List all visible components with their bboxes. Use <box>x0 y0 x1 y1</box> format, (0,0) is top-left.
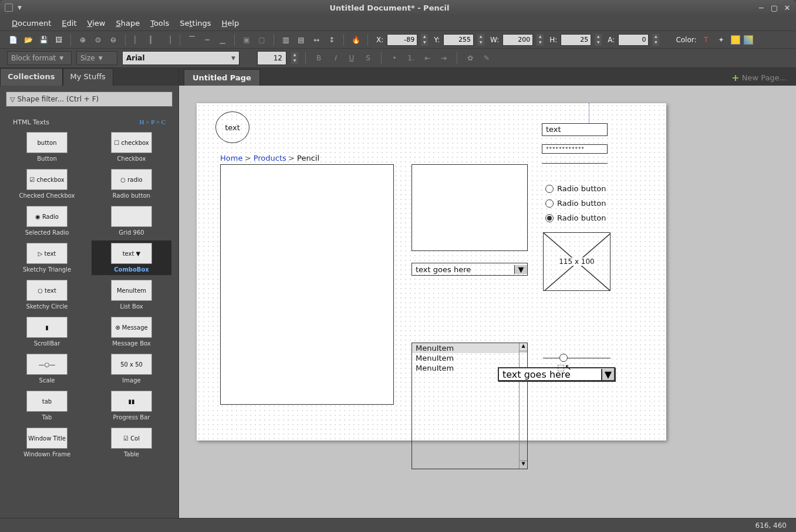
menu-shape[interactable]: Shape <box>111 17 144 29</box>
shape-tab[interactable]: tabTab <box>7 388 87 423</box>
shape-sketchy-triangle[interactable]: ▷ textSketchy Triangle <box>7 240 87 275</box>
shape-checkbox[interactable]: ☐ checkboxCheckbox <box>92 130 171 164</box>
sketch-radio-1[interactable]: Radio button <box>545 184 606 193</box>
new-doc-icon[interactable]: 📄 <box>7 34 19 46</box>
font-size-combo[interactable]: 12 <box>257 51 286 65</box>
indent-icon[interactable]: ⇥ <box>438 52 450 64</box>
sketch-image-placeholder[interactable]: 115 x 100 <box>543 232 611 291</box>
shape-list-box[interactable]: MenuItemList Box <box>92 277 171 312</box>
sketch-hr[interactable] <box>542 163 608 164</box>
clear-format-icon[interactable]: ✿ <box>464 52 476 64</box>
a-input[interactable] <box>618 34 649 46</box>
shape-message-box[interactable]: ⊗ MessageMessage Box <box>92 314 171 349</box>
menu-document[interactable]: Document <box>7 17 56 29</box>
menu-settings[interactable]: Settings <box>175 17 215 29</box>
w-spinner[interactable]: ▲▼ <box>537 34 544 46</box>
page-tab-active[interactable]: Untitled Page <box>184 69 260 86</box>
list-bullet-icon[interactable]: • <box>389 52 400 64</box>
spacing-h-icon[interactable]: ↔ <box>311 34 322 46</box>
sketch-panel-large[interactable] <box>220 164 394 405</box>
shape-selected-radio[interactable]: ◉ RadioSelected Radio <box>7 204 87 238</box>
scrollbar[interactable]: ▲▼ <box>519 343 527 469</box>
zoom-out-icon[interactable]: ⊖ <box>107 34 119 46</box>
text-color-icon[interactable]: T <box>700 34 712 46</box>
w-input[interactable] <box>502 34 533 46</box>
sidebar-tab-mystuffs[interactable]: My Stuffs <box>63 68 113 86</box>
shape-filter-input[interactable]: ▽ Shape filter... (Ctrl + F) <box>6 92 173 107</box>
export-icon[interactable]: 🖼 <box>53 34 65 46</box>
list-item[interactable]: MenuItem <box>412 343 527 353</box>
shape-checked-checkbox[interactable]: ☑ checkboxChecked Checkbox <box>7 167 87 201</box>
flame-icon[interactable]: 🔥 <box>350 34 362 46</box>
spacing-v-icon[interactable]: ↕ <box>326 34 338 46</box>
sketch-combobox-1[interactable]: text goes here ▼ <box>412 263 528 276</box>
shape-grid-960[interactable]: Grid 960 <box>92 204 171 238</box>
fill-color-swatch[interactable] <box>744 35 753 45</box>
block-format-combo[interactable]: Block format▼ <box>7 51 72 65</box>
sketch-radio-3[interactable]: Radio button <box>545 214 606 222</box>
align-left-icon[interactable]: ▏ <box>131 34 143 46</box>
sidebar-tab-collections[interactable]: Collections <box>0 68 63 86</box>
minimize-button[interactable]: ─ <box>757 4 765 12</box>
stroke-color-swatch[interactable] <box>731 35 740 45</box>
send-back-icon[interactable]: ▢ <box>256 34 268 46</box>
sketch-listbox[interactable]: MenuItem MenuItem MenuItem ▲▼ <box>412 343 528 469</box>
canvas-viewport[interactable]: text Home > Products > Pencil text *****… <box>179 86 796 518</box>
menu-edit[interactable]: Edit <box>57 17 81 29</box>
sketch-circle[interactable]: text <box>215 111 249 143</box>
list-number-icon[interactable]: 1. <box>405 52 417 64</box>
shape-combobox[interactable]: text ▼ComboBox <box>92 240 171 275</box>
align-right-icon[interactable]: ▕ <box>162 34 174 46</box>
open-icon[interactable]: 📂 <box>22 34 34 46</box>
shape-scale[interactable]: —○—Scale <box>7 351 87 386</box>
y-input[interactable] <box>443 34 474 46</box>
sketch-radio-2[interactable]: Radio button <box>545 199 606 208</box>
shape-sketchy-circle[interactable]: ○ textSketchy Circle <box>7 277 87 312</box>
font-size-spinner[interactable]: ▲▼ <box>291 52 298 64</box>
titlebar-dropdown-icon[interactable]: ▼ <box>18 5 22 11</box>
canvas[interactable]: text Home > Products > Pencil text *****… <box>197 103 666 440</box>
align-middle-icon[interactable]: ━ <box>201 34 213 46</box>
distribute-v-icon[interactable]: ▤ <box>295 34 307 46</box>
sketch-combobox-selected[interactable]: text goes here ▼ <box>498 367 615 381</box>
shapes-panel[interactable]: HTML Texts H > P > C buttonButton☐ check… <box>5 113 174 513</box>
menu-view[interactable]: View <box>83 17 110 29</box>
new-page-button[interactable]: + New Page... <box>727 70 791 86</box>
a-spinner[interactable]: ▲▼ <box>652 34 659 46</box>
maximize-button[interactable]: ▢ <box>770 4 778 12</box>
x-input[interactable] <box>387 34 417 46</box>
shape-windown-frame[interactable]: Window TitleWindown Frame <box>7 425 87 460</box>
close-button[interactable]: ✕ <box>783 4 791 12</box>
shape-image[interactable]: 50 x 50Image <box>92 351 171 386</box>
h-spinner[interactable]: ▲▼ <box>595 34 602 46</box>
menu-help[interactable]: Help <box>217 17 244 29</box>
outdent-icon[interactable]: ⇤ <box>421 52 433 64</box>
distribute-h-icon[interactable]: ▥ <box>280 34 292 46</box>
align-bottom-icon[interactable]: ▁ <box>217 34 228 46</box>
menu-tools[interactable]: Tools <box>146 17 174 29</box>
brush-icon[interactable]: ✎ <box>481 52 493 64</box>
strike-icon[interactable]: S <box>362 52 374 64</box>
shape-button[interactable]: buttonButton <box>7 130 87 164</box>
bold-icon[interactable]: B <box>313 52 325 64</box>
sketch-breadcrumb[interactable]: Home > Products > Pencil <box>220 154 319 163</box>
sketch-password-input[interactable]: ************ <box>542 144 608 154</box>
sketch-slider[interactable] <box>543 355 611 361</box>
shape-radio-button[interactable]: ○ radioRadio button <box>92 167 171 201</box>
align-center-icon[interactable]: ▎ <box>147 34 158 46</box>
sketch-panel-small[interactable] <box>412 164 528 251</box>
x-spinner[interactable]: ▲▼ <box>421 34 428 46</box>
picker-icon[interactable]: ✦ <box>716 34 727 46</box>
y-spinner[interactable]: ▲▼ <box>477 34 484 46</box>
font-size-name-combo[interactable]: Size▼ <box>76 51 117 65</box>
shape-table[interactable]: ☑ ColTable <box>92 425 171 460</box>
list-item[interactable]: MenuItem <box>412 353 527 363</box>
sketch-text-input[interactable]: text <box>542 123 608 136</box>
h-input[interactable] <box>561 34 591 46</box>
shape-progress-bar[interactable]: ▮▮Progress Bar <box>92 388 171 423</box>
align-top-icon[interactable]: ▔ <box>186 34 198 46</box>
zoom-in-icon[interactable]: ⊕ <box>77 34 89 46</box>
shape-scrollbar[interactable]: ▮ScrollBar <box>7 314 87 349</box>
save-icon[interactable]: 💾 <box>38 34 49 46</box>
italic-icon[interactable]: I <box>329 52 341 64</box>
